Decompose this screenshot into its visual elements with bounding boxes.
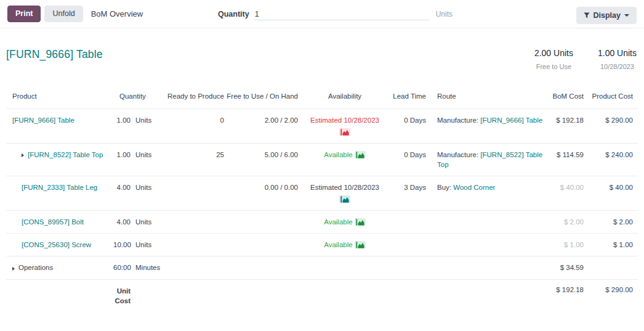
availability-status: Available xyxy=(324,218,352,226)
lead-time-value: 0 Days xyxy=(390,108,427,143)
route-prefix: Manufacture: xyxy=(437,116,478,124)
product-cost-value: $ 2.00 xyxy=(590,211,638,234)
column-header-availability: Availability xyxy=(299,89,390,108)
product-link[interactable]: [CONS_25630] Screw xyxy=(22,241,91,248)
area-chart-icon[interactable] xyxy=(339,195,350,203)
bom-overview-report: [FURN_9666] Table 2.00 Units Free to Use… xyxy=(0,48,644,313)
product-link[interactable]: [FURN_2333] Table Leg xyxy=(22,184,97,191)
bom-cost-value: $ 34.59 xyxy=(544,256,590,279)
free-on-hand-value: 2.00 / 2.00 xyxy=(225,108,299,143)
caret-right-icon[interactable] xyxy=(22,153,24,157)
stat-value: 2.00 Units xyxy=(534,48,573,58)
free-on-hand-value: 0.00 / 0.00 xyxy=(225,176,299,211)
unit-cost-label: Unit Cost xyxy=(112,286,131,306)
area-chart-icon[interactable] xyxy=(355,218,366,226)
uom-label: Units xyxy=(132,108,164,143)
ready-to-produce-value: 25 xyxy=(164,143,225,176)
route-link[interactable]: Wood Corner xyxy=(453,184,495,191)
column-header-product: Product xyxy=(6,89,112,108)
bom-cost-value: $ 192.18 xyxy=(544,108,590,143)
availability-status: Estimated 10/28/2023 xyxy=(300,115,389,125)
stat-caption: Free to Use xyxy=(534,63,573,70)
total-bom-cost: $ 192.18 xyxy=(544,279,590,313)
lead-time-value: 3 Days xyxy=(390,176,427,211)
area-chart-icon[interactable] xyxy=(355,241,366,248)
lead-time-value: 0 Days xyxy=(390,143,427,176)
uom-label: Units xyxy=(132,176,164,211)
column-header-quantity: Quantity xyxy=(112,89,164,108)
area-chart-icon[interactable] xyxy=(355,151,366,158)
total-product-cost: $ 290.00 xyxy=(590,279,638,313)
product-link[interactable]: [FURN_9666] Table xyxy=(12,116,74,124)
operations-label: Operations xyxy=(18,264,53,271)
uom-label: Minutes xyxy=(132,256,164,279)
unit-cost-row: Unit Cost $ 192.18 $ 290.00 xyxy=(6,279,638,313)
area-chart-icon[interactable] xyxy=(339,128,350,136)
bom-row-cons89957: [CONS_89957] Bolt 4.00 Units Available $… xyxy=(6,211,638,234)
stat-caption: 10/28/2023 xyxy=(598,63,637,70)
bom-cost-value: $ 2.00 xyxy=(544,211,590,234)
column-header-product-cost: Product Cost xyxy=(590,89,638,108)
product-link[interactable]: [CONS_89957] Bolt xyxy=(22,218,84,226)
route-link[interactable]: [FURN_9666] Table xyxy=(480,116,542,124)
route-prefix: Manufacture: xyxy=(437,151,478,158)
caret-down-icon xyxy=(624,14,629,17)
stat-free-to-use: 2.00 Units Free to Use xyxy=(534,48,573,70)
availability-status: Available xyxy=(324,241,352,248)
product-cost-value: $ 290.00 xyxy=(590,108,638,143)
availability-status: Estimated 10/28/2023 xyxy=(300,182,389,192)
product-link[interactable]: [FURN_8522] Table Top xyxy=(28,151,103,158)
bom-row-cons25630: [CONS_25630] Screw 10.00 Units Available… xyxy=(6,234,638,256)
quantity-value: 1.00 xyxy=(112,108,132,143)
quantity-value: 1.00 xyxy=(112,143,132,176)
ready-to-produce-value: 0 xyxy=(164,108,225,143)
bom-row-furn8522: [FURN_8522] Table Top 1.00 Units 25 5.00… xyxy=(6,143,638,176)
column-header-free-on-hand: Free to Use / On Hand xyxy=(225,89,299,108)
table-header-row: Product Quantity Ready to Produce Free t… xyxy=(6,89,638,108)
availability-status: Available xyxy=(324,151,352,158)
display-dropdown-button[interactable]: Display xyxy=(576,7,637,24)
free-on-hand-value: 5.00 / 6.00 xyxy=(225,143,299,176)
uom-label: Units xyxy=(132,211,164,234)
product-cost-value: $ 1.00 xyxy=(590,234,638,256)
uom-label: Units xyxy=(132,234,164,256)
column-header-ready-to-produce: Ready to Produce xyxy=(164,89,225,108)
bom-cost-value: $ 114.59 xyxy=(544,143,590,176)
stat-availability-date: 1.00 Units 10/28/2023 xyxy=(598,48,637,70)
header-stats: 2.00 Units Free to Use 1.00 Units 10/28/… xyxy=(534,48,637,70)
product-cost-value: $ 240.00 xyxy=(590,143,638,176)
route-prefix: Buy: xyxy=(437,184,451,191)
quantity-value: 10.00 xyxy=(112,234,132,256)
funnel-icon xyxy=(584,12,590,18)
print-button[interactable]: Print xyxy=(7,6,41,23)
bom-cost-value: $ 1.00 xyxy=(544,234,590,256)
quantity-unit-label: Units xyxy=(436,10,453,18)
stat-value: 1.00 Units xyxy=(598,48,637,58)
quantity-label: Quantity xyxy=(218,10,249,18)
quantity-value: 4.00 xyxy=(112,211,132,234)
bom-row-operations: Operations 60:00 Minutes $ 34.59 xyxy=(6,256,638,279)
quantity-group: Quantity Units xyxy=(218,0,453,28)
toolbar: Print Unfold BoM Overview Quantity Units… xyxy=(0,0,644,28)
quantity-input[interactable] xyxy=(254,9,430,20)
column-header-bom-cost: BoM Cost xyxy=(544,89,590,108)
page-breadcrumb-title: BoM Overview xyxy=(91,9,143,18)
column-header-route: Route xyxy=(427,89,544,108)
bom-cost-value: $ 40.00 xyxy=(544,176,590,211)
page-title: [FURN_9666] Table xyxy=(6,48,103,61)
quantity-value: 4.00 xyxy=(112,176,132,211)
bom-row-furn9666: [FURN_9666] Table 1.00 Units 0 2.00 / 2.… xyxy=(6,108,638,143)
uom-label: Units xyxy=(132,143,164,176)
display-button-label: Display xyxy=(594,11,621,20)
ready-to-produce-value xyxy=(164,176,225,211)
operations-toggle[interactable]: Operations xyxy=(12,264,53,271)
quantity-value: 60:00 xyxy=(112,256,132,279)
bom-table: Product Quantity Ready to Produce Free t… xyxy=(6,89,638,313)
column-header-lead-time: Lead Time xyxy=(390,89,427,108)
unfold-button[interactable]: Unfold xyxy=(44,6,83,23)
caret-right-icon[interactable] xyxy=(12,267,15,271)
bom-row-furn2333: [FURN_2333] Table Leg 4.00 Units 0.00 / … xyxy=(6,176,638,211)
product-cost-value: $ 40.00 xyxy=(590,176,638,211)
